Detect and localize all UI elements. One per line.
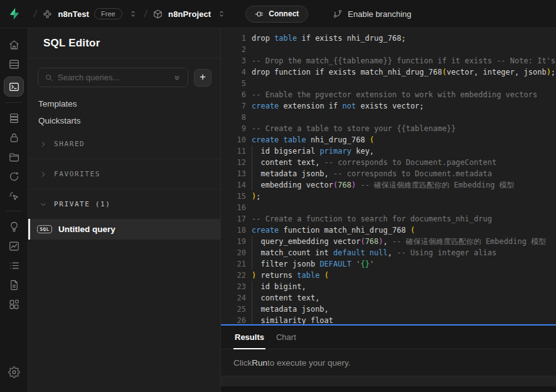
sql-code-editor[interactable]: 1drop table if exists nhi_drug_768;23-- …: [221, 28, 556, 324]
code-line[interactable]: 22) returns table (: [221, 270, 556, 281]
blocks-icon: [8, 299, 20, 310]
code-text: content text,: [252, 292, 556, 304]
code-line[interactable]: 4drop function if exists match_nhi_drug_…: [221, 66, 556, 78]
nav-storage[interactable]: [6, 149, 22, 165]
code-line[interactable]: 17-- Create a function to search for doc…: [221, 213, 556, 225]
nav-divider: [6, 102, 22, 103]
nav-integrations[interactable]: [6, 296, 22, 312]
nav-edge-functions[interactable]: [6, 168, 22, 184]
results-empty-message: Click Run to execute your query.: [221, 349, 556, 376]
code-line[interactable]: 20 match_count int default null, -- Usin…: [221, 247, 556, 258]
nav-api-docs[interactable]: [6, 277, 22, 293]
line-number: 21: [221, 258, 246, 270]
code-line[interactable]: 19 query_embedding vector(768), -- 確保這個維…: [221, 236, 556, 247]
code-line[interactable]: 12 content text, -- corresponds to Docum…: [221, 157, 556, 168]
nav-reports[interactable]: [6, 238, 22, 254]
supabase-bolt-icon: [8, 7, 21, 21]
code-line[interactable]: 2: [221, 44, 556, 55]
code-line[interactable]: 26 similarity float: [221, 315, 556, 324]
code-line[interactable]: 8: [221, 112, 556, 123]
code-text: -- Create a function to search for docum…: [252, 213, 556, 225]
code-line[interactable]: 11 id bigserial primary key,: [221, 146, 556, 157]
nav-logs[interactable]: [6, 257, 22, 273]
project-cube-icon: [152, 9, 163, 19]
nav-sql-editor[interactable]: [4, 77, 24, 97]
project-breadcrumb[interactable]: n8nProject: [152, 8, 227, 19]
edge-functions-icon: [8, 171, 20, 183]
new-query-button[interactable]: +: [194, 69, 211, 87]
templates-link[interactable]: Templates: [28, 95, 220, 112]
code-line[interactable]: 23 id bigint,: [221, 281, 556, 292]
project-switcher-button[interactable]: [216, 8, 227, 19]
code-text: id bigint,: [252, 281, 556, 292]
code-line[interactable]: 13 metadata jsonb, -- corresponds to Doc…: [221, 168, 556, 179]
code-text: [252, 44, 556, 55]
code-line[interactable]: 5: [221, 78, 556, 89]
code-line[interactable]: 1drop table if exists nhi_drug_768;: [221, 33, 556, 44]
code-line[interactable]: 18create function match_nhi_drug_768 (: [221, 225, 556, 236]
section-shared[interactable]: SHARED: [28, 129, 220, 159]
code-text: match_count int default null, -- Using i…: [252, 247, 556, 258]
supabase-logo[interactable]: [0, 7, 28, 21]
section-private[interactable]: PRIVATE (1): [28, 189, 220, 219]
code-text: create table nhi_drug_768 (: [252, 134, 556, 146]
section-favorites[interactable]: FAVORITES: [28, 159, 220, 189]
nav-settings[interactable]: [6, 364, 22, 380]
indent-guide: [252, 315, 252, 324]
chevrons-up-down-icon: [129, 9, 137, 18]
line-number: 6: [221, 89, 246, 100]
code-line[interactable]: 25 metadata jsonb,: [221, 304, 556, 315]
enable-branching-button[interactable]: Enable branching: [333, 9, 411, 19]
code-line[interactable]: 7create extension if not exists vector;: [221, 100, 556, 112]
chevron-down-icon: [40, 201, 47, 208]
code-line[interactable]: 14 embedding vector(768) -- 確保這個維度匹配你的 E…: [221, 179, 556, 191]
list-icon: [8, 260, 20, 272]
message-prefix: Click: [233, 358, 252, 368]
code-text: id bigserial primary key,: [252, 146, 556, 157]
plug-icon: [255, 9, 264, 19]
code-line[interactable]: 15);: [221, 191, 556, 202]
code-line[interactable]: 9-- Create a table to store your {{table…: [221, 123, 556, 134]
org-switcher-button[interactable]: [127, 8, 139, 19]
line-number: 19: [221, 236, 246, 247]
indent-guide: [252, 179, 252, 191]
tab-chart[interactable]: Chart: [275, 326, 297, 349]
code-text: create function match_nhi_drug_768 (: [252, 225, 556, 236]
code-line[interactable]: 10create table nhi_drug_768 (: [221, 134, 556, 146]
nav-database[interactable]: [6, 110, 22, 126]
line-number: 26: [221, 315, 246, 324]
search-input[interactable]: [58, 73, 168, 82]
quickstarts-link[interactable]: Quickstarts: [28, 112, 220, 129]
search-queries-box[interactable]: [38, 68, 188, 87]
tab-results[interactable]: Results: [233, 326, 265, 349]
terminal-icon: [8, 81, 20, 93]
code-text: filter jsonb DEFAULT '{}': [252, 258, 556, 270]
indent-guide: [252, 281, 252, 292]
line-number: 10: [221, 134, 246, 146]
realtime-cursor-icon: [8, 190, 20, 202]
chevrons-down-icon[interactable]: [173, 73, 181, 82]
message-run-word: Run: [252, 358, 267, 368]
code-line[interactable]: 21 filter jsonb DEFAULT '{}': [221, 258, 556, 270]
code-line[interactable]: 24 content text,: [221, 292, 556, 304]
nav-authentication[interactable]: [6, 129, 22, 146]
query-list-item-selected[interactable]: SQL Untitled query: [28, 219, 220, 240]
line-number: 5: [221, 78, 246, 89]
code-line[interactable]: 16: [221, 202, 556, 213]
nav-home[interactable]: [6, 36, 22, 53]
indent-guide: [252, 146, 252, 157]
code-line[interactable]: 6-- Enable the pgvector extension to wor…: [221, 89, 556, 100]
code-line[interactable]: 3-- Drop the match_{{tablename}} functio…: [221, 55, 556, 66]
nav-table-editor[interactable]: [6, 56, 22, 72]
code-text: drop function if exists match_nhi_drug_7…: [252, 66, 556, 78]
database-icon: [8, 112, 20, 124]
code-text: [252, 112, 556, 123]
line-number: 16: [221, 202, 246, 213]
org-breadcrumb[interactable]: n8nTest Free: [42, 8, 138, 19]
nav-realtime[interactable]: [6, 188, 22, 204]
line-number: 17: [221, 213, 246, 225]
nav-advisors[interactable]: [6, 218, 22, 235]
organization-icon: [42, 9, 53, 19]
home-icon: [8, 39, 20, 51]
connect-button[interactable]: Connect: [245, 6, 308, 23]
